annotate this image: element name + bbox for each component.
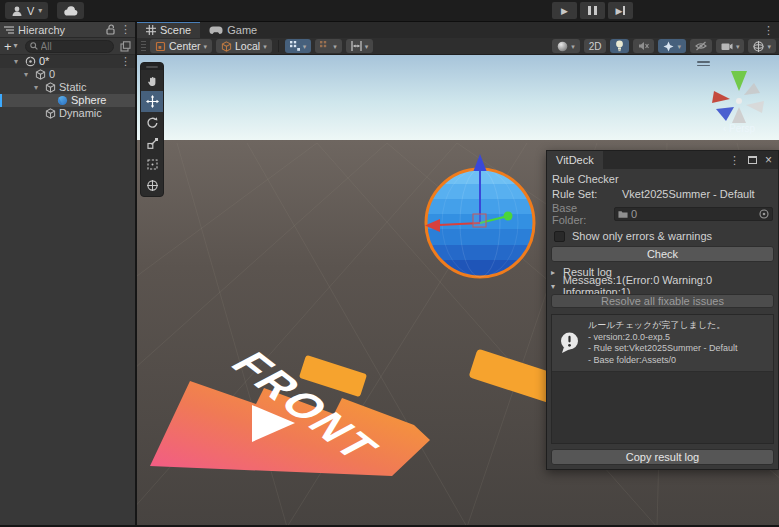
foldout-icon[interactable]: ▾	[14, 55, 18, 68]
account-button[interactable]: V ▾	[5, 2, 48, 19]
grid-icon	[146, 25, 156, 35]
log-entry[interactable]: ルールチェックが完了しました。 - version:2.0.0-exp.5 - …	[552, 315, 773, 372]
snap-settings-button[interactable]: ▾	[346, 39, 374, 53]
draw-mode-button[interactable]: ▾	[552, 39, 580, 53]
account-label: V	[27, 5, 34, 17]
resolve-all-button[interactable]: Resolve all fixable issues	[551, 294, 774, 308]
pivot-mode-button[interactable]: Center ▾	[150, 39, 212, 53]
chevron-down-icon: ▾	[571, 43, 575, 50]
vitdeck-tab[interactable]: VitDeck	[547, 151, 603, 169]
messages-foldout[interactable]: ▾ Messages:1(Error:0 Warning:0 Informait…	[547, 279, 778, 293]
gizmo-y-cone[interactable]	[731, 71, 747, 91]
search-input[interactable]	[41, 41, 109, 52]
scene-visibility-button[interactable]	[690, 39, 712, 53]
vitdeck-titlebar[interactable]: VitDeck ⋮ ×	[547, 151, 778, 169]
rotate-icon	[146, 116, 159, 129]
audio-toggle-button[interactable]	[633, 39, 654, 53]
tree-row-label: Sphere	[71, 94, 106, 107]
cloud-services-button[interactable]	[57, 2, 84, 19]
scale-tool-button[interactable]	[141, 133, 163, 154]
effects-toggle-button[interactable]: ▾	[658, 39, 686, 53]
gizmo-x-cone[interactable]	[712, 91, 730, 103]
rect-tool-button[interactable]	[141, 154, 163, 175]
rotate-tool-button[interactable]	[141, 112, 163, 133]
step-icon: ▶	[616, 6, 626, 16]
tree-row-scene[interactable]: ▾ 0* ⋮	[0, 55, 135, 68]
foldout-icon[interactable]: ▾	[34, 81, 38, 94]
tabbar-menu-icon[interactable]: ⋮	[763, 24, 774, 37]
transport-controls: ▶ ▶	[552, 2, 633, 19]
rule-set-label: Rule Set:	[552, 188, 614, 200]
check-button[interactable]: Check	[551, 246, 774, 262]
play-button[interactable]: ▶	[552, 2, 577, 19]
orientation-gizmo[interactable]: ‹ Persp	[704, 63, 774, 134]
tree-row-label: Dynamic	[59, 107, 102, 120]
tab-game[interactable]: Game	[200, 22, 266, 38]
close-icon[interactable]: ×	[765, 154, 772, 166]
gizmos-button[interactable]: ▾	[748, 39, 776, 53]
log-entry-text: ルールチェックが完了しました。 - version:2.0.0-exp.5 - …	[588, 320, 738, 366]
unity-scene-icon	[25, 56, 36, 67]
window-menu-icon[interactable]: ⋮	[729, 155, 740, 166]
scene-pane: Scene Game ⋮ Center ▾ Local ▾	[137, 22, 779, 527]
tree-row[interactable]: ▾ Static	[0, 81, 135, 94]
axis-gizmo-icon[interactable]	[704, 63, 774, 127]
create-dropdown-icon[interactable]: ▾	[14, 42, 18, 50]
gizmo-z-cone[interactable]	[716, 107, 734, 121]
tree-row[interactable]: Dynamic	[0, 107, 135, 120]
scene-picker-icon[interactable]	[120, 41, 131, 52]
maximize-icon[interactable]	[748, 156, 757, 164]
object-picker-icon[interactable]	[759, 209, 769, 219]
gizmo-z-handle[interactable]	[504, 212, 513, 221]
tab-scene[interactable]: Scene	[137, 22, 200, 38]
gizmo-y-arrow[interactable]	[474, 154, 487, 171]
show-only-errors-row: Show only errors & warnings	[547, 229, 778, 243]
gizmo-center-handle[interactable]	[473, 214, 486, 227]
camera-settings-button[interactable]: ▾	[716, 39, 745, 53]
create-button[interactable]: +	[4, 40, 12, 53]
rule-checker-heading: Rule Checker	[547, 172, 778, 186]
tree-row[interactable]: ▾ 0	[0, 68, 135, 81]
tree-row-label: Static	[59, 81, 87, 94]
show-only-errors-checkbox[interactable]	[554, 231, 565, 242]
move-icon	[146, 95, 159, 108]
chevron-down-icon: ▾	[677, 43, 681, 50]
orientation-mode-button[interactable]: Local ▾	[216, 39, 272, 53]
grid-snapping-button[interactable]: ▾	[285, 39, 312, 53]
scene-toolbar: Center ▾ Local ▾ ▾ ▾	[137, 38, 779, 55]
scene-row-menu-icon[interactable]: ⋮	[120, 55, 131, 68]
result-log-list[interactable]: ルールチェックが完了しました。 - version:2.0.0-exp.5 - …	[551, 314, 774, 444]
pause-icon	[588, 6, 597, 15]
hierarchy-tab[interactable]: Hierarchy ⋮	[0, 22, 135, 38]
play-icon: ▶	[561, 6, 568, 16]
transform-icon	[146, 179, 159, 192]
view-tool-button[interactable]	[141, 70, 163, 91]
transform-tool-button[interactable]	[141, 175, 163, 196]
vitdeck-window: VitDeck ⋮ × Rule Checker Rule Set: Vket2…	[546, 150, 779, 470]
rule-set-row: Rule Set: Vket2025Summer - Default	[547, 187, 778, 201]
projection-toggle[interactable]: ‹ Persp	[704, 123, 774, 134]
panel-splitter[interactable]	[135, 22, 137, 527]
orientation-mode-label: Local	[235, 40, 260, 52]
hierarchy-menu-icon[interactable]: ⋮	[120, 24, 131, 35]
cloud-icon	[64, 6, 78, 16]
hierarchy-panel: Hierarchy ⋮ + ▾ ▾ 0* ⋮	[0, 22, 135, 527]
toolbar-drag-handle[interactable]	[141, 41, 146, 52]
overlay-drag-handle[interactable]	[141, 63, 163, 70]
rule-set-value[interactable]: Vket2025Summer - Default	[622, 188, 755, 200]
hierarchy-search[interactable]	[25, 40, 114, 53]
move-tool-button[interactable]	[141, 91, 163, 112]
tree-row-selected[interactable]: Sphere	[0, 94, 135, 107]
foldout-icon[interactable]: ▾	[24, 68, 28, 81]
lock-icon[interactable]	[106, 24, 116, 35]
scene-viewport[interactable]: FRONT	[137, 55, 779, 527]
base-folder-label: Base Folder:	[552, 202, 614, 226]
lighting-toggle-button[interactable]	[610, 39, 629, 53]
pause-button[interactable]	[580, 2, 605, 19]
2d-toggle-button[interactable]: 2D	[584, 39, 607, 53]
copy-result-log-button[interactable]: Copy result log	[551, 449, 774, 465]
base-folder-field[interactable]: 0	[614, 207, 773, 221]
list-icon	[4, 26, 14, 34]
step-button[interactable]: ▶	[608, 2, 633, 19]
increment-snap-button[interactable]: ▾	[315, 39, 342, 53]
